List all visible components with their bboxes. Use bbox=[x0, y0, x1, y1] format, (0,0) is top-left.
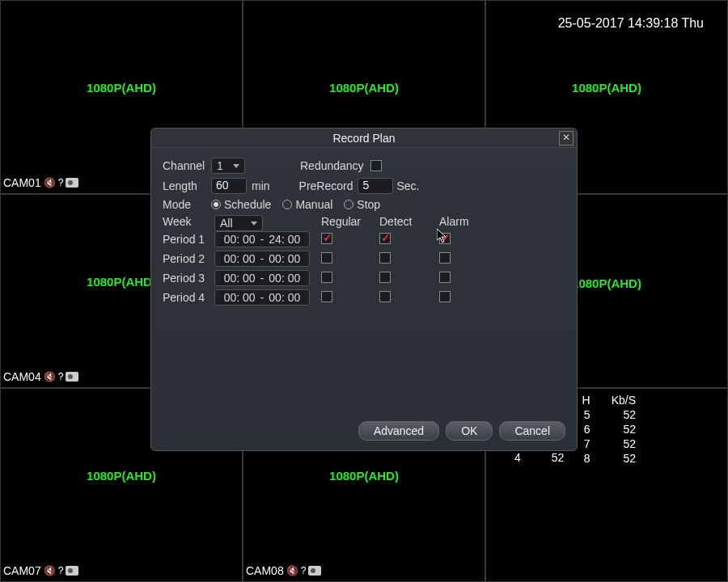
advanced-button[interactable]: Advanced bbox=[358, 421, 439, 441]
speaker-mute-icon[interactable]: 🔇 bbox=[44, 177, 56, 188]
camera-icon[interactable] bbox=[66, 372, 78, 382]
speaker-mute-icon[interactable]: 🔇 bbox=[44, 565, 56, 576]
resolution-label: 1080P(AHD) bbox=[572, 276, 641, 290]
stats-cell: 52 bbox=[602, 423, 645, 436]
camera-icon[interactable] bbox=[66, 566, 78, 576]
period-time[interactable]: 00: 00-00: 00 bbox=[214, 289, 310, 306]
camera-id: CAM01 bbox=[3, 176, 41, 189]
period-label: Period 3 bbox=[163, 272, 214, 285]
mode-manual-label: Manual bbox=[295, 198, 332, 211]
redundancy-label: Redundancy bbox=[300, 159, 364, 172]
speaker-mute-icon[interactable]: 🔇 bbox=[286, 565, 298, 576]
period-alarm-checkbox[interactable] bbox=[439, 233, 451, 244]
period-detect-checkbox[interactable] bbox=[379, 272, 391, 283]
ok-button[interactable]: OK bbox=[446, 421, 493, 441]
resolution-label: 1080P(AHD) bbox=[87, 275, 156, 289]
period-time[interactable]: 00: 00-00: 00 bbox=[214, 270, 310, 286]
period-regular-checkbox[interactable] bbox=[321, 233, 332, 244]
length-input[interactable]: 60 bbox=[211, 178, 247, 194]
help-icon[interactable]: ? bbox=[58, 565, 64, 576]
mode-stop-radio[interactable] bbox=[344, 200, 353, 209]
period-time[interactable]: 00: 00-24: 00 bbox=[214, 231, 310, 247]
period-regular-checkbox[interactable] bbox=[321, 291, 332, 302]
length-label: Length bbox=[163, 179, 211, 192]
stats-panel: HKb/S 552 652 752 852 bbox=[571, 392, 647, 466]
cancel-button[interactable]: Cancel bbox=[499, 421, 565, 441]
help-icon[interactable]: ? bbox=[301, 565, 307, 576]
week-value: All bbox=[220, 217, 233, 230]
channel-select[interactable]: 1 bbox=[211, 158, 245, 174]
period-label: Period 4 bbox=[163, 291, 214, 304]
period-regular-checkbox[interactable] bbox=[321, 252, 332, 264]
period-row: Period 400: 00-00: 00 bbox=[163, 289, 565, 306]
week-label: Week bbox=[163, 215, 214, 231]
camera-id: CAM04 bbox=[3, 370, 41, 383]
period-alarm-checkbox[interactable] bbox=[439, 252, 451, 264]
channel-value: 1 bbox=[217, 159, 223, 172]
channel-label: Channel bbox=[163, 159, 211, 172]
col-detect: Detect bbox=[379, 215, 439, 231]
week-select[interactable]: All bbox=[214, 215, 263, 231]
camera-label: CAM04 🔇 ? bbox=[3, 370, 78, 383]
period-row: Period 200: 00-00: 00 bbox=[163, 251, 565, 267]
resolution-label: 1080P(AHD) bbox=[329, 81, 399, 95]
period-detect-checkbox[interactable] bbox=[379, 291, 391, 302]
period-alarm-checkbox[interactable] bbox=[439, 291, 451, 302]
resolution-label: 1080P(AHD) bbox=[329, 469, 399, 483]
prerecord-label: PreRecord bbox=[299, 179, 353, 192]
mode-manual-radio[interactable] bbox=[282, 200, 292, 209]
length-unit: min bbox=[252, 179, 270, 192]
camera-icon[interactable] bbox=[308, 566, 321, 576]
camera-icon[interactable] bbox=[66, 178, 78, 188]
prerecord-unit: Sec. bbox=[396, 179, 419, 192]
period-detect-checkbox[interactable] bbox=[379, 252, 391, 264]
mode-label: Mode bbox=[163, 198, 211, 211]
period-alarm-checkbox[interactable] bbox=[439, 272, 451, 283]
period-detect-checkbox[interactable] bbox=[379, 233, 391, 244]
period-label: Period 1 bbox=[163, 233, 214, 246]
camera-label: CAM01 🔇 ? bbox=[3, 176, 78, 189]
stats-cell: 52 bbox=[602, 437, 645, 450]
period-label: Period 2 bbox=[163, 252, 214, 265]
mode-schedule-label: Schedule bbox=[224, 198, 271, 211]
camera-label: CAM08 🔇 ? bbox=[246, 564, 321, 577]
stats-cell: 4 bbox=[500, 451, 535, 464]
camera-id: CAM08 bbox=[246, 564, 284, 577]
stats-cell: 52 bbox=[537, 451, 579, 464]
redundancy-checkbox[interactable] bbox=[370, 160, 382, 171]
dialog-titlebar[interactable]: Record Plan ✕ bbox=[151, 129, 577, 148]
col-alarm: Alarm bbox=[439, 215, 488, 231]
prerecord-input[interactable]: 5 bbox=[358, 178, 393, 194]
period-regular-checkbox[interactable] bbox=[321, 272, 332, 283]
resolution-label: 1080P(AHD) bbox=[87, 469, 156, 483]
resolution-label: 1080P(AHD) bbox=[87, 81, 156, 95]
mode-stop-label: Stop bbox=[357, 198, 380, 211]
chevron-down-icon bbox=[251, 221, 257, 226]
chevron-down-icon bbox=[233, 164, 239, 168]
timestamp: 25-05-2017 14:39:18 Thu bbox=[558, 16, 704, 31]
close-button[interactable]: ✕ bbox=[559, 131, 574, 146]
resolution-label: 1080P(AHD) bbox=[572, 81, 641, 95]
camera-label: CAM07 🔇 ? bbox=[3, 564, 78, 577]
speaker-mute-icon[interactable]: 🔇 bbox=[44, 371, 56, 382]
dialog-title: Record Plan bbox=[332, 132, 395, 145]
mode-schedule-radio[interactable] bbox=[211, 200, 221, 209]
period-row: Period 300: 00-00: 00 bbox=[163, 270, 565, 286]
record-plan-dialog: Record Plan ✕ Channel 1 Redundancy Lengt… bbox=[150, 128, 578, 451]
help-icon[interactable]: ? bbox=[58, 371, 64, 382]
stats-extra: 452 bbox=[498, 449, 580, 466]
camera-id: CAM07 bbox=[3, 564, 41, 577]
stats-cell: 52 bbox=[602, 408, 645, 421]
stats-cell: 52 bbox=[602, 452, 645, 465]
stats-head-kbs: Kb/S bbox=[602, 394, 645, 407]
help-icon[interactable]: ? bbox=[58, 177, 64, 188]
period-row: Period 100: 00-24: 00 bbox=[163, 231, 565, 247]
period-time[interactable]: 00: 00-00: 00 bbox=[214, 251, 310, 267]
col-regular: Regular bbox=[321, 215, 379, 231]
